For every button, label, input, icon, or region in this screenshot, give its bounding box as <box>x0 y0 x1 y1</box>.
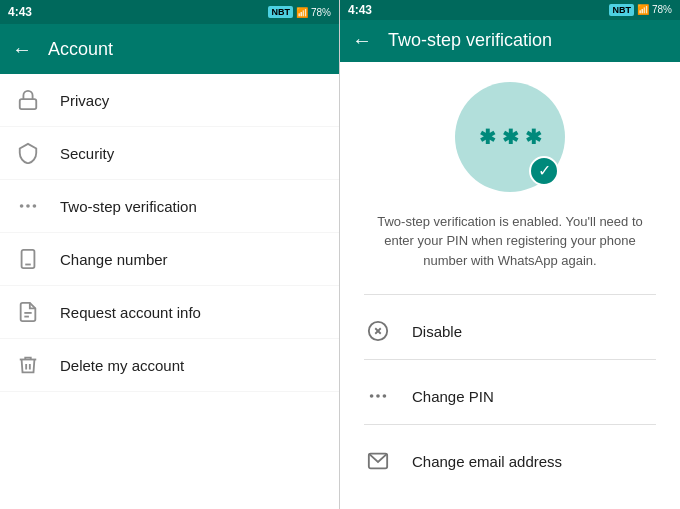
pin-dots: ✱ ✱ ✱ <box>479 125 542 149</box>
request-info-label: Request account info <box>60 304 201 321</box>
left-signal-icon: 📶 <box>296 7 308 18</box>
change-number-label: Change number <box>60 251 168 268</box>
menu-item-delete-account[interactable]: Delete my account <box>0 339 339 392</box>
right-time: 4:43 <box>348 3 372 17</box>
svg-point-2 <box>26 204 30 208</box>
change-email-label: Change email address <box>412 453 562 470</box>
left-status-icons: NBT 📶 78% <box>268 6 331 18</box>
divider-3 <box>364 424 656 425</box>
security-label: Security <box>60 145 114 162</box>
account-menu-list: Privacy Security Two-step verification <box>0 74 339 509</box>
verification-content: ✱ ✱ ✱ ✓ Two-step verification is enabled… <box>340 62 680 510</box>
menu-item-change-number[interactable]: Change number <box>0 233 339 286</box>
shield-icon <box>16 141 40 165</box>
right-battery-icon: 78% <box>652 4 672 15</box>
verification-description: Two-step verification is enabled. You'll… <box>364 212 656 271</box>
check-badge: ✓ <box>529 156 559 186</box>
right-panel: 4:43 NBT 📶 78% ← Two-step verification ✱… <box>340 0 680 509</box>
menu-item-two-step[interactable]: Two-step verification <box>0 180 339 233</box>
left-back-button[interactable]: ← <box>12 38 32 61</box>
svg-point-12 <box>376 394 380 398</box>
right-status-icons: NBT 📶 78% <box>609 4 672 16</box>
right-status-bar: 4:43 NBT 📶 78% <box>340 0 680 20</box>
svg-point-13 <box>383 394 387 398</box>
lock-icon <box>16 88 40 112</box>
svg-point-3 <box>33 204 37 208</box>
privacy-label: Privacy <box>60 92 109 109</box>
change-pin-dots-icon <box>364 382 392 410</box>
left-time: 4:43 <box>8 5 32 19</box>
left-page-title: Account <box>48 39 113 60</box>
divider-2 <box>364 359 656 360</box>
envelope-icon <box>364 447 392 475</box>
left-battery-icon: 78% <box>311 7 331 18</box>
dots-icon <box>16 194 40 218</box>
verification-icon-container: ✱ ✱ ✱ ✓ <box>455 82 565 192</box>
pin-dot-3: ✱ <box>525 125 542 149</box>
disable-label: Disable <box>412 323 462 340</box>
option-change-email[interactable]: Change email address <box>364 433 656 489</box>
left-nbt-label: NBT <box>268 6 293 18</box>
pin-dot-1: ✱ <box>479 125 496 149</box>
divider <box>364 294 656 295</box>
x-circle-icon <box>364 317 392 345</box>
pin-dot-2: ✱ <box>502 125 519 149</box>
right-page-title: Two-step verification <box>388 30 552 51</box>
left-panel: 4:43 NBT 📶 78% ← Account Privacy <box>0 0 340 509</box>
svg-point-11 <box>370 394 374 398</box>
right-top-bar: ← Two-step verification <box>340 20 680 62</box>
left-top-bar: ← Account <box>0 24 339 74</box>
phone-icon <box>16 247 40 271</box>
doc-icon <box>16 300 40 324</box>
right-signal-icon: 📶 <box>637 4 649 15</box>
right-nbt-label: NBT <box>609 4 634 16</box>
delete-account-label: Delete my account <box>60 357 184 374</box>
left-status-bar: 4:43 NBT 📶 78% <box>0 0 339 24</box>
menu-item-privacy[interactable]: Privacy <box>0 74 339 127</box>
two-step-label: Two-step verification <box>60 198 197 215</box>
right-back-button[interactable]: ← <box>352 29 372 52</box>
menu-item-security[interactable]: Security <box>0 127 339 180</box>
option-change-pin[interactable]: Change PIN <box>364 368 656 424</box>
svg-rect-0 <box>20 99 37 109</box>
option-disable[interactable]: Disable <box>364 303 656 359</box>
change-pin-label: Change PIN <box>412 388 494 405</box>
menu-item-request-info[interactable]: Request account info <box>0 286 339 339</box>
svg-point-1 <box>20 204 24 208</box>
trash-icon <box>16 353 40 377</box>
